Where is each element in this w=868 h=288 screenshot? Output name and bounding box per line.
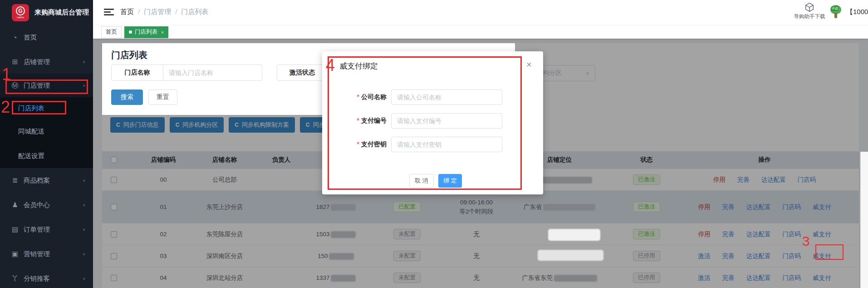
sidebar-item-订单管理[interactable]: ▤订单管理∨ <box>0 217 93 242</box>
tags-view-bar: 首页门店列表× <box>93 25 868 39</box>
chevron-down-icon: ∨ <box>83 228 86 232</box>
sidebar-item-同城配送[interactable]: 同城配送 <box>0 119 93 144</box>
sidebar-item-label: 订单管理 <box>24 225 50 234</box>
members-icon: ♟ <box>10 201 20 209</box>
breadcrumb-separator: / <box>171 8 181 16</box>
annotation-box-1 <box>5 79 88 94</box>
search-button[interactable]: 搜索 <box>111 89 143 105</box>
orders-icon: ▤ <box>10 225 20 233</box>
breadcrumb-item[interactable]: 门店列表 <box>181 8 208 16</box>
tab-门店列表[interactable]: 门店列表× <box>124 26 168 38</box>
sidebar-item-label: 同城配送 <box>18 127 44 136</box>
redaction-blob <box>548 229 600 241</box>
chevron-down-icon: ∨ <box>83 252 86 256</box>
activation-status-filter-label: 激活状态 <box>277 65 328 81</box>
annotation-box-2 <box>12 101 66 114</box>
current-user: 【100006】超级管理员 <box>846 8 868 16</box>
sidebar-collapse-icon[interactable] <box>104 9 114 16</box>
guide-assistant-download[interactable]: 导购助手下载 <box>793 2 826 20</box>
topbar: 首页/门店管理/门店列表 导购助手下载 许愿 【100006】超级管理员 退出登… <box>93 0 868 25</box>
tab-label: 首页 <box>106 28 117 36</box>
annotation-box-4 <box>328 56 522 190</box>
chevron-down-icon: ∨ <box>83 179 86 183</box>
sidebar-item-会员中心[interactable]: ♟会员中心∨ <box>0 193 93 217</box>
sidebar-menu: ◔首页⊞店铺管理∧Ⓜ门店管理∧门店列表同城配送配送设置≣商品档案∨♟会员中心∨▤… <box>0 25 93 288</box>
logo-text: LaiGo <box>17 16 24 19</box>
sidebar: G LaiGo 来购商城后台管理 ◔首页⊞店铺管理∧Ⓜ门店管理∧门店列表同城配送… <box>0 0 93 288</box>
close-icon[interactable]: × <box>526 60 532 70</box>
screen: G LaiGo 来购商城后台管理 ◔首页⊞店铺管理∧Ⓜ门店管理∧门店列表同城配送… <box>0 0 868 288</box>
avatar[interactable]: 许愿 <box>829 5 843 20</box>
dashboard-icon: ◔ <box>10 34 20 41</box>
logo-letter: G <box>16 6 25 15</box>
sidebar-item-营销管理[interactable]: ▣营销管理∨ <box>0 242 93 266</box>
app-title: 来购商城后台管理 <box>34 8 89 17</box>
cube-icon <box>804 2 814 12</box>
tab-首页[interactable]: 首页 <box>101 26 122 38</box>
breadcrumb: 首页/门店管理/门店列表 <box>120 8 208 16</box>
chevron-down-icon: ∨ <box>83 277 86 281</box>
breadcrumb-item[interactable]: 首页 <box>120 8 134 16</box>
chevron-up-icon: ∧ <box>83 60 86 64</box>
active-tab-dot <box>129 30 132 34</box>
sidebar-item-label: 商品档案 <box>24 176 50 185</box>
annotation-box-3 <box>815 244 843 260</box>
breadcrumb-separator: / <box>134 8 144 16</box>
sidebar-item-首页[interactable]: ◔首页 <box>0 25 93 50</box>
close-icon[interactable]: × <box>161 30 164 35</box>
sidebar-item-label: 分销推客 <box>24 274 50 283</box>
sidebar-item-配送设置[interactable]: 配送设置 <box>0 144 93 168</box>
annotation-number-4: 4 <box>326 57 335 74</box>
chevron-down-icon: ∨ <box>83 203 86 207</box>
sidebar-item-label: 首页 <box>24 33 37 42</box>
reset-button[interactable]: 重置 <box>148 89 177 105</box>
annotation-number-3: 3 <box>802 234 810 248</box>
sidebar-item-label: 店铺管理 <box>24 58 50 66</box>
app-logo-icon: G LaiGo <box>12 4 29 21</box>
download-label: 导购助手下载 <box>793 13 826 20</box>
annotation-number-2: 2 <box>1 99 10 115</box>
avatar-label: 许愿 <box>831 6 839 11</box>
store-name-filter-label: 门店名称 <box>111 65 163 81</box>
marketing-icon: ▣ <box>10 250 20 258</box>
breadcrumb-item[interactable]: 门店管理 <box>144 8 171 16</box>
shop-grid-icon: ⊞ <box>10 58 20 66</box>
sidebar-item-商品档案[interactable]: ≣商品档案∨ <box>0 168 93 193</box>
sidebar-item-店铺管理[interactable]: ⊞店铺管理∧ <box>0 50 93 74</box>
page-title: 门店列表 <box>111 49 147 61</box>
tab-label: 门店列表 <box>135 28 157 36</box>
store-name-input[interactable] <box>163 65 262 81</box>
sidebar-item-label: 营销管理 <box>24 250 50 258</box>
table-scrollbar[interactable] <box>860 152 868 288</box>
goods-archive-icon: ≣ <box>10 176 20 184</box>
distribution-icon: 丫 <box>10 274 20 283</box>
sidebar-item-分销推客[interactable]: 丫分销推客∨ <box>0 266 93 288</box>
sidebar-item-label: 会员中心 <box>24 201 50 209</box>
sidebar-item-label: 配送设置 <box>18 152 44 160</box>
redaction-blob <box>538 250 603 261</box>
app-logo-row: G LaiGo 来购商城后台管理 <box>0 0 93 25</box>
